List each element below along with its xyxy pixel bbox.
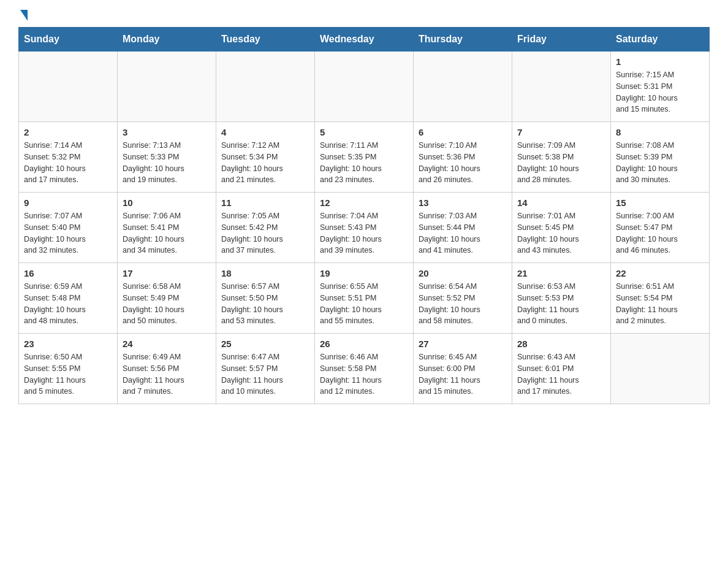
- day-cell: 7Sunrise: 7:09 AM Sunset: 5:38 PM Daylig…: [512, 122, 611, 193]
- day-number: 9: [24, 197, 112, 208]
- day-info: Sunrise: 6:57 AM Sunset: 5:50 PM Dayligh…: [221, 281, 309, 327]
- day-number: 18: [221, 268, 309, 278]
- week-row-4: 16Sunrise: 6:59 AM Sunset: 5:48 PM Dayli…: [19, 263, 710, 334]
- calendar-body: 1Sunrise: 7:15 AM Sunset: 5:31 PM Daylig…: [19, 52, 710, 404]
- day-info: Sunrise: 6:53 AM Sunset: 5:53 PM Dayligh…: [517, 281, 605, 327]
- day-cell: 23Sunrise: 6:50 AM Sunset: 5:55 PM Dayli…: [19, 334, 118, 404]
- day-number: 16: [24, 268, 112, 278]
- day-info: Sunrise: 7:14 AM Sunset: 5:32 PM Dayligh…: [24, 140, 112, 186]
- day-cell: 4Sunrise: 7:12 AM Sunset: 5:34 PM Daylig…: [216, 122, 315, 193]
- day-number: 23: [24, 339, 112, 349]
- day-cell: 3Sunrise: 7:13 AM Sunset: 5:33 PM Daylig…: [118, 122, 216, 193]
- day-cell: 6Sunrise: 7:10 AM Sunset: 5:36 PM Daylig…: [414, 122, 512, 193]
- day-number: 2: [24, 127, 112, 137]
- week-row-1: 1Sunrise: 7:15 AM Sunset: 5:31 PM Daylig…: [19, 52, 710, 122]
- day-number: 24: [123, 339, 211, 349]
- day-info: Sunrise: 7:11 AM Sunset: 5:35 PM Dayligh…: [320, 140, 408, 186]
- day-info: Sunrise: 7:10 AM Sunset: 5:36 PM Dayligh…: [419, 140, 507, 186]
- header-cell-saturday: Saturday: [611, 28, 710, 52]
- day-cell: 28Sunrise: 6:43 AM Sunset: 6:01 PM Dayli…: [512, 334, 611, 404]
- week-row-3: 9Sunrise: 7:07 AM Sunset: 5:40 PM Daylig…: [19, 193, 710, 263]
- day-info: Sunrise: 6:54 AM Sunset: 5:52 PM Dayligh…: [419, 281, 507, 327]
- day-cell: [216, 52, 315, 122]
- day-info: Sunrise: 7:05 AM Sunset: 5:42 PM Dayligh…: [221, 210, 309, 256]
- header-cell-tuesday: Tuesday: [216, 28, 315, 52]
- day-cell: 12Sunrise: 7:04 AM Sunset: 5:43 PM Dayli…: [315, 193, 414, 263]
- day-cell: 24Sunrise: 6:49 AM Sunset: 5:56 PM Dayli…: [118, 334, 216, 404]
- day-number: 4: [221, 127, 309, 137]
- day-cell: 27Sunrise: 6:45 AM Sunset: 6:00 PM Dayli…: [414, 334, 512, 404]
- day-info: Sunrise: 7:15 AM Sunset: 5:31 PM Dayligh…: [616, 69, 704, 115]
- day-number: 19: [320, 268, 408, 278]
- day-info: Sunrise: 7:03 AM Sunset: 5:44 PM Dayligh…: [419, 210, 507, 256]
- day-number: 28: [517, 339, 605, 349]
- day-info: Sunrise: 7:13 AM Sunset: 5:33 PM Dayligh…: [123, 140, 211, 186]
- day-info: Sunrise: 7:07 AM Sunset: 5:40 PM Dayligh…: [24, 210, 112, 256]
- day-cell: [19, 52, 118, 122]
- day-cell: 22Sunrise: 6:51 AM Sunset: 5:54 PM Dayli…: [611, 263, 710, 334]
- day-info: Sunrise: 6:50 AM Sunset: 5:55 PM Dayligh…: [24, 351, 112, 397]
- page-header: [18, 12, 710, 21]
- day-number: 15: [616, 197, 704, 208]
- day-info: Sunrise: 6:55 AM Sunset: 5:51 PM Dayligh…: [320, 281, 408, 327]
- calendar-table: SundayMondayTuesdayWednesdayThursdayFrid…: [18, 27, 710, 404]
- day-number: 14: [517, 197, 605, 208]
- day-info: Sunrise: 6:46 AM Sunset: 5:58 PM Dayligh…: [320, 351, 408, 397]
- day-cell: 13Sunrise: 7:03 AM Sunset: 5:44 PM Dayli…: [414, 193, 512, 263]
- day-info: Sunrise: 6:49 AM Sunset: 5:56 PM Dayligh…: [123, 351, 211, 397]
- day-number: 5: [320, 127, 408, 137]
- day-number: 3: [123, 127, 211, 137]
- day-info: Sunrise: 7:08 AM Sunset: 5:39 PM Dayligh…: [616, 140, 704, 186]
- header-cell-thursday: Thursday: [414, 28, 512, 52]
- day-cell: 11Sunrise: 7:05 AM Sunset: 5:42 PM Dayli…: [216, 193, 315, 263]
- day-info: Sunrise: 6:59 AM Sunset: 5:48 PM Dayligh…: [24, 281, 112, 327]
- day-cell: [315, 52, 414, 122]
- day-info: Sunrise: 7:00 AM Sunset: 5:47 PM Dayligh…: [616, 210, 704, 256]
- day-number: 7: [517, 127, 605, 137]
- day-info: Sunrise: 7:06 AM Sunset: 5:41 PM Dayligh…: [123, 210, 211, 256]
- day-cell: 20Sunrise: 6:54 AM Sunset: 5:52 PM Dayli…: [414, 263, 512, 334]
- day-cell: 2Sunrise: 7:14 AM Sunset: 5:32 PM Daylig…: [19, 122, 118, 193]
- day-info: Sunrise: 7:01 AM Sunset: 5:45 PM Dayligh…: [517, 210, 605, 256]
- day-number: 20: [419, 268, 507, 278]
- day-cell: [611, 334, 710, 404]
- day-info: Sunrise: 6:58 AM Sunset: 5:49 PM Dayligh…: [123, 281, 211, 327]
- day-cell: 5Sunrise: 7:11 AM Sunset: 5:35 PM Daylig…: [315, 122, 414, 193]
- header-cell-friday: Friday: [512, 28, 611, 52]
- day-number: 17: [123, 268, 211, 278]
- day-info: Sunrise: 6:47 AM Sunset: 5:57 PM Dayligh…: [221, 351, 309, 397]
- day-number: 10: [123, 197, 211, 208]
- day-number: 25: [221, 339, 309, 349]
- day-cell: 14Sunrise: 7:01 AM Sunset: 5:45 PM Dayli…: [512, 193, 611, 263]
- day-number: 27: [419, 339, 507, 349]
- day-cell: 15Sunrise: 7:00 AM Sunset: 5:47 PM Dayli…: [611, 193, 710, 263]
- day-number: 22: [616, 268, 704, 278]
- day-info: Sunrise: 7:12 AM Sunset: 5:34 PM Dayligh…: [221, 140, 309, 186]
- day-number: 11: [221, 197, 309, 208]
- day-info: Sunrise: 7:09 AM Sunset: 5:38 PM Dayligh…: [517, 140, 605, 186]
- day-number: 21: [517, 268, 605, 278]
- day-cell: [512, 52, 611, 122]
- week-row-5: 23Sunrise: 6:50 AM Sunset: 5:55 PM Dayli…: [19, 334, 710, 404]
- logo: [18, 12, 28, 21]
- day-cell: 10Sunrise: 7:06 AM Sunset: 5:41 PM Dayli…: [118, 193, 216, 263]
- day-cell: 8Sunrise: 7:08 AM Sunset: 5:39 PM Daylig…: [611, 122, 710, 193]
- day-cell: 21Sunrise: 6:53 AM Sunset: 5:53 PM Dayli…: [512, 263, 611, 334]
- day-cell: 19Sunrise: 6:55 AM Sunset: 5:51 PM Dayli…: [315, 263, 414, 334]
- day-cell: 16Sunrise: 6:59 AM Sunset: 5:48 PM Dayli…: [19, 263, 118, 334]
- day-info: Sunrise: 6:43 AM Sunset: 6:01 PM Dayligh…: [517, 351, 605, 397]
- header-row: SundayMondayTuesdayWednesdayThursdayFrid…: [19, 28, 710, 52]
- day-cell: 1Sunrise: 7:15 AM Sunset: 5:31 PM Daylig…: [611, 52, 710, 122]
- day-number: 6: [419, 127, 507, 137]
- day-info: Sunrise: 6:45 AM Sunset: 6:00 PM Dayligh…: [419, 351, 507, 397]
- day-info: Sunrise: 6:51 AM Sunset: 5:54 PM Dayligh…: [616, 281, 704, 327]
- day-cell: 9Sunrise: 7:07 AM Sunset: 5:40 PM Daylig…: [19, 193, 118, 263]
- header-cell-wednesday: Wednesday: [315, 28, 414, 52]
- day-number: 13: [419, 197, 507, 208]
- day-cell: 17Sunrise: 6:58 AM Sunset: 5:49 PM Dayli…: [118, 263, 216, 334]
- header-cell-sunday: Sunday: [19, 28, 118, 52]
- day-number: 12: [320, 197, 408, 208]
- day-info: Sunrise: 7:04 AM Sunset: 5:43 PM Dayligh…: [320, 210, 408, 256]
- day-cell: [414, 52, 512, 122]
- week-row-2: 2Sunrise: 7:14 AM Sunset: 5:32 PM Daylig…: [19, 122, 710, 193]
